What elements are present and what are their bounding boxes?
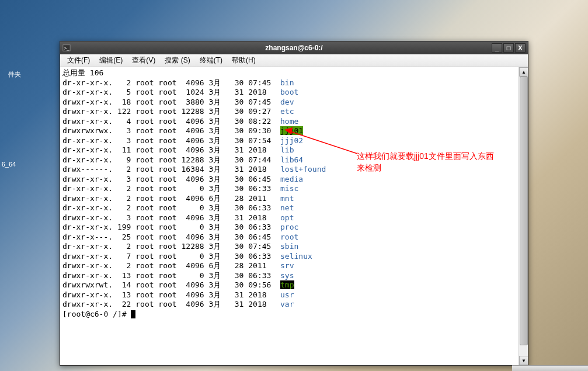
maximize-button[interactable]: □ [503,43,514,53]
file-name: net [280,203,294,212]
file-name: root [280,233,298,241]
prompt-line[interactable]: [root@c6-0 /]# [62,310,526,320]
menu-help[interactable]: 帮助(H) [227,54,260,67]
ls-row: dr-xr-x---. 25 root root 4096 3月 30 06:4… [62,233,526,242]
ls-row: dr-xr-xr-x. 3 root root 4096 3月 30 07:54… [62,136,526,146]
ls-row: drwxr-xr-x. 7 root root 0 3月 30 06:33 se… [62,252,526,262]
file-name: home [280,117,298,126]
window-title: zhangsan@c6-0:/ [265,44,322,52]
file-name: lib [280,145,294,154]
file-name: dev [280,98,294,106]
ls-row: drwxrwxrwt. 14 root root 4096 3月 30 09:5… [62,280,526,290]
file-name: selinux [280,252,312,261]
terminal-body[interactable]: 总用量 106dr-xr-xr-x. 2 root root 4096 3月 3… [60,67,528,365]
window-titlebar[interactable]: >_ zhangsan@c6-0:/ _ □ X [60,41,528,54]
ls-row: drwxr-xr-x. 3 root root 4096 3月 31 2018 … [62,213,526,223]
file-name: lost+found [280,165,326,174]
minimize-button[interactable]: _ [492,43,502,53]
scrollbar-thumb[interactable] [520,77,528,345]
annotation-line1: 这样我们就要载jjj01文件里面写入东西 [357,150,494,162]
file-name: tmp [280,280,294,289]
terminal-window: >_ zhangsan@c6-0:/ _ □ X 文件(F) 编辑(E) 查看(… [60,41,528,366]
file-name: var [280,300,294,308]
file-name: etc [280,107,294,116]
ls-row: dr-xr-xr-x. 2 root root 4096 3月 30 07:45… [62,78,526,88]
desktop-folder-icon[interactable]: 件夹 [0,70,29,79]
file-name: misc [280,184,298,193]
ls-row: drwxr-xr-x. 18 root root 3880 3月 30 07:4… [62,98,526,108]
file-name: sbin [280,242,298,251]
file-name: srv [280,261,294,270]
file-name: jjj02 [280,136,303,145]
ls-row: drwxr-xr-x. 13 root root 0 3月 30 06:33 s… [62,271,526,281]
file-name: proc [280,223,298,231]
menu-terminal[interactable]: 终端(T) [195,54,227,67]
window-controls: _ □ X [492,43,526,53]
ls-row: dr-xr-xr-x. 2 root root 0 3月 30 06:33 mi… [62,184,526,194]
annotation-line2: 来检测 [357,162,494,174]
desktop-item-label: 6_64 [2,161,16,168]
scroll-down-button[interactable]: ▼ [519,356,528,365]
menu-view[interactable]: 查看(V) [127,54,160,67]
menu-file[interactable]: 文件(F) [62,54,95,67]
vertical-scrollbar[interactable]: ▲ ▼ [519,67,528,365]
ls-row: drwxr-xr-x. 3 root root 4096 3月 30 06:45… [62,175,526,185]
ls-row: drwxr-xr-x. 2 root root 4096 6月 28 2011 … [62,194,526,204]
ls-row: drwxr-xr-x. 122 root root 12288 3月 30 09… [62,107,526,117]
file-name: opt [280,213,294,222]
menu-bar: 文件(F) 编辑(E) 查看(V) 搜索 (S) 终端(T) 帮助(H) [60,54,528,67]
file-name: bin [280,78,294,87]
file-name: mnt [280,194,294,203]
ls-row: drwxr-xr-x. 4 root root 4096 3月 30 08:22… [62,117,526,127]
file-name: jjj01 [280,126,303,135]
terminal-icon: >_ [62,44,71,52]
close-button[interactable]: X [515,43,526,53]
scroll-up-button[interactable]: ▲ [519,67,528,77]
ls-row: dr-xr-xr-x. 199 root root 0 3月 30 06:33 … [62,223,526,233]
svg-text:>_: >_ [64,46,70,51]
desktop-item-icon[interactable]: 6_64 [0,161,18,168]
annotation-text: 这样我们就要载jjj01文件里面写入东西 来检测 [357,150,494,174]
menu-search[interactable]: 搜索 (S) [160,54,194,67]
ls-header: 总用量 106 [62,68,526,78]
terminal-content[interactable]: 总用量 106dr-xr-xr-x. 2 root root 4096 3月 3… [60,67,528,320]
menu-edit[interactable]: 编辑(E) [95,54,127,67]
ls-row: drwxr-xr-x. 13 root root 4096 3月 31 2018… [62,290,526,300]
file-name: lib64 [280,155,303,164]
taskbar-fragment [512,365,588,371]
file-name: usr [280,290,294,299]
ls-row: dr-xr-xr-x. 2 root root 12288 3月 30 07:4… [62,242,526,252]
ls-row: dr-xr-xr-x. 5 root root 1024 3月 31 2018 … [62,88,526,98]
ls-row: dr-xr-xr-x. 2 root root 0 3月 30 06:33 ne… [62,203,526,213]
file-name: boot [280,88,298,96]
ls-row: drwxrwxrwx. 3 root root 4096 3月 30 09:30… [62,126,526,136]
ls-row: drwxr-xr-x. 2 root root 4096 6月 28 2011 … [62,261,526,271]
ls-row: drwxr-xr-x. 22 root root 4096 3月 31 2018… [62,300,526,310]
file-name: sys [280,271,294,280]
file-name: media [280,175,303,183]
cursor [131,310,135,318]
desktop-folder-label: 件夹 [8,71,21,78]
